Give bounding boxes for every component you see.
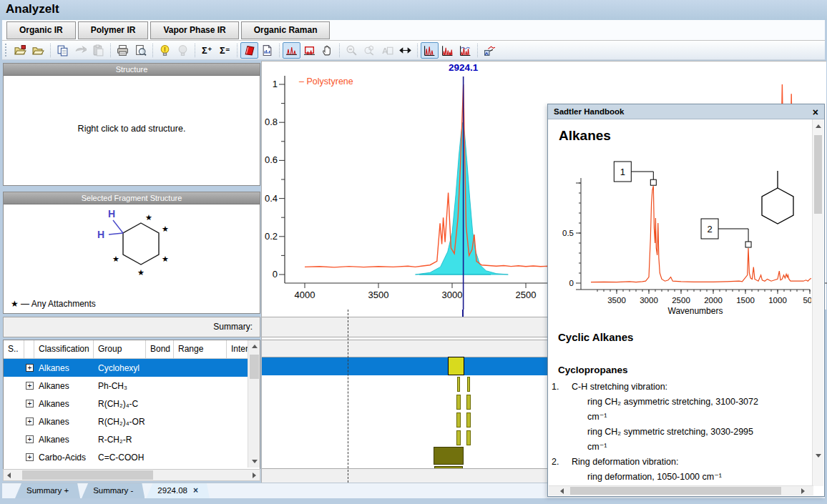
svg-text:2000: 2000 [704, 296, 723, 305]
dashed-cursor-line[interactable] [348, 310, 348, 483]
scroll-left-icon[interactable] [560, 488, 564, 494]
group-cell: Cyclohexyl [94, 363, 227, 373]
scrollbar-thumb[interactable] [22, 470, 153, 480]
transfer-spectrum-button[interactable] [481, 42, 499, 59]
handbook-heading: Alkanes [559, 128, 611, 144]
column-header-bond[interactable]: Bond [146, 340, 174, 358]
band-marker-r-ch-r[interactable] [456, 430, 461, 445]
spectrum-view-1-icon [424, 44, 436, 56]
peaks-icon [285, 44, 298, 56]
column-header-s[interactable]: S.. [4, 340, 24, 358]
handbook-title: Sadtler Handbook [554, 107, 624, 116]
tab-vapor-phase-ir[interactable]: Vapor Phase IR [150, 21, 238, 39]
table-header: S..ClassificationGroupBondRangeInten [4, 340, 260, 359]
handbook-section-heading: Cyclic Alkanes [558, 331, 633, 343]
scroll-up-icon[interactable] [252, 345, 258, 348]
table-vertical-scrollbar[interactable] [248, 340, 260, 468]
svg-text:500: 500 [803, 296, 811, 305]
expand-icon[interactable]: + [26, 417, 34, 425]
band-marker-c-c-cooh[interactable] [434, 447, 464, 465]
expand-icon[interactable]: + [26, 382, 34, 390]
open-folder-icon [32, 44, 44, 56]
sum-add-button[interactable]: Σ+ [198, 42, 216, 59]
classification-cell: Alkanes [34, 381, 94, 391]
column-header-range[interactable]: Range [174, 340, 227, 358]
handbook-vertical-scrollbar[interactable] [812, 119, 823, 486]
table-horizontal-scrollbar[interactable] [3, 469, 260, 481]
print-preview-button[interactable] [132, 42, 150, 59]
svg-text:4000: 4000 [295, 290, 315, 300]
scroll-right-icon[interactable] [253, 473, 256, 478]
cursor-line-extension [462, 310, 464, 317]
table-row-r-ch-r[interactable]: +AlkanesR-CH₂-R [4, 430, 260, 448]
peak-region-icon [303, 44, 315, 56]
table-row-r-ch-or[interactable]: +AlkanesR(CH₂)₄-OR [4, 412, 260, 430]
expand-icon[interactable]: + [26, 400, 34, 407]
fit-width-button[interactable] [396, 42, 414, 59]
zoom-structure-button [361, 42, 378, 59]
tab-organic-raman[interactable]: Organic Raman [241, 21, 331, 39]
scroll-down-icon[interactable] [252, 460, 258, 463]
svg-text:2924.1: 2924.1 [449, 62, 479, 73]
list-detail: ring CH₂ asymmetric stretching, 3100-307… [587, 395, 809, 410]
table-row-cyclohexyl[interactable]: +AlkanesCyclohexyl [4, 359, 260, 377]
scrollbar-thumb[interactable] [570, 487, 781, 495]
column-header-expand[interactable] [24, 340, 34, 358]
expand-icon[interactable]: + [26, 435, 34, 443]
scrollbar-thumb[interactable] [250, 355, 259, 379]
table-row-r-ch-c[interactable]: +AlkanesR(CH₂)₄-C [4, 395, 260, 412]
band-marker-ph-ch[interactable] [457, 377, 460, 392]
handbook-title-bar[interactable]: Sadtler Handbook × [548, 104, 824, 119]
scroll-left-icon[interactable] [7, 473, 11, 478]
column-header-group[interactable]: Group [94, 340, 146, 358]
handbook-horizontal-scrollbar[interactable] [549, 485, 813, 495]
hint-on-button[interactable]: ! [156, 42, 174, 59]
band-marker-r-ch-or[interactable] [466, 412, 471, 428]
copy-button[interactable] [54, 42, 72, 59]
band-marker-r-ch-c[interactable] [456, 395, 461, 410]
expand-icon[interactable]: + [26, 453, 34, 461]
table-row-c-c-cooh[interactable]: +Carbo-AcidsC=C-COOH [4, 448, 260, 466]
toolbar-grip [5, 44, 9, 56]
report-button[interactable] [258, 42, 276, 59]
bottom-tab-2924-08[interactable]: 2924.08× [146, 483, 210, 498]
band-marker-ph-ch[interactable] [467, 377, 470, 392]
peaks-button[interactable] [283, 42, 300, 59]
column-header-classification[interactable]: Classification [34, 340, 94, 358]
scroll-up-icon[interactable] [816, 124, 821, 128]
band-marker-cyclohexyl[interactable] [448, 357, 464, 375]
undo-button [72, 42, 89, 59]
list-detail: ring CH₂ symmetric stretching, 3030-2995 [587, 425, 809, 440]
handbook-button[interactable] [240, 42, 258, 59]
open-folder-button[interactable] [29, 42, 47, 59]
spectrum-view-3-button[interactable] [456, 42, 474, 59]
peak-region-button[interactable] [300, 42, 318, 59]
expand-icon[interactable]: + [26, 364, 34, 372]
scrollbar-thumb[interactable] [814, 135, 822, 214]
pan-hand-button[interactable] [318, 42, 336, 59]
transfer-spectrum-icon [484, 44, 496, 56]
spectrum-view-1-button[interactable] [421, 42, 439, 59]
list-number: 2. [552, 455, 570, 470]
bottom-tab-summary[interactable]: Summary + [15, 483, 80, 498]
tab-organic-ir[interactable]: Organic IR [6, 21, 76, 39]
band-marker-r-ch-c[interactable] [466, 395, 471, 410]
sum-equal-button[interactable]: Σ= [216, 42, 234, 59]
band-marker-r-ch-r[interactable] [466, 430, 471, 445]
svg-text:1500: 1500 [736, 296, 755, 305]
bottom-tab-summary[interactable]: Summary - [82, 483, 145, 498]
print-button[interactable] [114, 42, 132, 59]
spectrum-view-2-button[interactable] [439, 42, 456, 59]
group-cell: R-CH₂-R [94, 435, 227, 445]
table-row-ph-ch[interactable]: +AlkanesPh-CH₃ [4, 377, 260, 395]
scroll-right-icon[interactable] [801, 488, 805, 494]
open-spectrum-button[interactable] [11, 42, 29, 59]
tab-polymer-ir[interactable]: Polymer IR [78, 21, 149, 39]
close-icon[interactable]: × [813, 105, 818, 119]
structure-panel[interactable]: Structure Right click to add structure. [3, 63, 260, 186]
tab-close-icon[interactable]: × [193, 483, 198, 498]
hint-off-icon [177, 44, 189, 56]
column-header-inten[interactable]: Inten [227, 340, 248, 358]
scroll-down-icon[interactable] [816, 454, 821, 458]
band-marker-r-ch-or[interactable] [456, 412, 461, 428]
